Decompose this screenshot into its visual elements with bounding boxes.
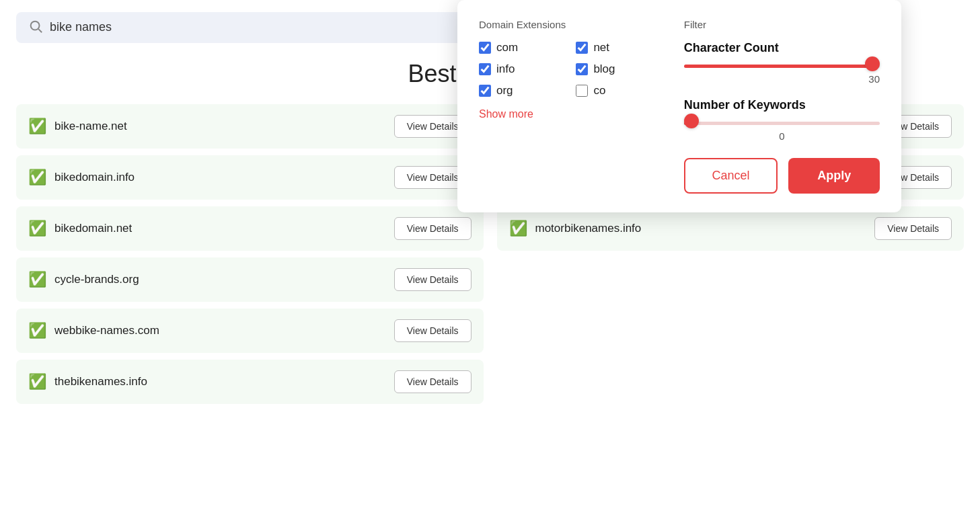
search-icon [28,19,43,36]
filter-panel: Domain Extensions com net info blog org … [457,0,901,212]
svg-line-1 [38,29,42,32]
keywords-slider[interactable] [684,122,880,125]
apply-button[interactable]: Apply [788,158,880,194]
filter-section: Filter Character Count 30 Number of Keyw… [684,19,880,194]
view-details-button[interactable]: View Details [394,217,472,240]
extension-item: blog [576,63,656,76]
search-input-wrapper [16,12,487,43]
view-details-button[interactable]: View Details [394,268,472,291]
svg-point-0 [31,21,40,30]
character-count-title: Character Count [684,41,880,55]
keywords-title: Number of Keywords [684,98,880,112]
list-item: ✅ bike-name.net View Details [16,104,484,149]
list-item: ✅ webbike-names.com View Details [16,309,484,353]
list-item: ✅ bikedomain.info View Details [16,155,484,200]
available-icon: ✅ [28,373,46,391]
domain-item-left: ✅ webbike-names.com [28,322,159,339]
available-icon: ✅ [28,169,46,186]
list-item: ✅ motorbikenames.info View Details [497,206,965,251]
page-wrapper: Search Domain Select Filter ⌄ Best Domai… [0,0,980,531]
domain-item-left: ✅ thebikenames.info [28,373,147,391]
ext-label-blog: blog [593,63,615,76]
ext-checkbox-blog[interactable] [576,63,588,75]
extension-item: com [479,41,560,54]
cancel-button[interactable]: Cancel [684,158,778,194]
available-icon: ✅ [28,118,46,135]
domain-item-left: ✅ bike-name.net [28,118,127,135]
domain-item-left: ✅ bikedomain.info [28,169,135,186]
domain-name: motorbikenames.info [535,222,642,235]
view-details-button[interactable]: View Details [874,217,952,240]
view-details-button[interactable]: View Details [394,319,472,342]
filter-title: Filter [684,19,880,30]
list-item: ✅ bikedomain.net View Details [16,206,484,251]
ext-label-info: info [496,63,515,76]
extension-item: org [479,84,560,97]
available-icon: ✅ [509,220,527,237]
ext-label-com: com [496,41,518,54]
domain-name: webbike-names.com [54,324,159,337]
extension-item: co [576,84,656,97]
ext-checkbox-net[interactable] [576,42,588,54]
domain-item-left: ✅ motorbikenames.info [509,220,642,237]
domain-name: thebikenames.info [54,375,147,389]
character-count-value: 30 [684,73,880,85]
domain-name: cycle-brands.org [54,273,139,286]
ext-checkbox-co[interactable] [576,85,588,97]
extension-item: net [576,41,656,54]
list-item: ✅ thebikenames.info View Details [16,360,484,404]
available-icon: ✅ [28,322,46,339]
domain-name: bike-name.net [54,120,127,133]
available-icon: ✅ [28,271,46,288]
domain-column-left: ✅ bike-name.net View Details ✅ bikedomai… [16,104,484,404]
search-input[interactable] [50,20,475,34]
filter-panel-inner: Domain Extensions com net info blog org … [479,19,880,194]
extension-item: info [479,63,560,76]
ext-label-co: co [593,84,605,97]
ext-checkbox-info[interactable] [479,63,491,75]
list-item: ✅ cycle-brands.org View Details [16,257,484,302]
extensions-label: Domain Extensions [479,19,657,30]
action-buttons: Cancel Apply [684,158,880,194]
show-more-link[interactable]: Show more [479,108,533,120]
ext-label-org: org [496,84,513,97]
view-details-button[interactable]: View Details [394,370,472,393]
domain-item-left: ✅ cycle-brands.org [28,271,139,288]
character-count-slider[interactable] [684,65,880,68]
domain-name: bikedomain.net [54,222,132,235]
keywords-slider-wrapper [684,122,880,125]
ext-grid: com net info blog org co [479,41,657,97]
character-count-track [684,65,880,68]
character-count-slider-wrapper [684,65,880,68]
ext-label-net: net [593,41,609,54]
keywords-track [684,122,880,125]
keywords-value: 0 [684,130,880,142]
domain-name: bikedomain.info [54,171,135,184]
ext-checkbox-com[interactable] [479,42,491,54]
ext-checkbox-org[interactable] [479,85,491,97]
extensions-section: Domain Extensions com net info blog org … [479,19,657,194]
domain-item-left: ✅ bikedomain.net [28,220,132,237]
available-icon: ✅ [28,220,46,237]
